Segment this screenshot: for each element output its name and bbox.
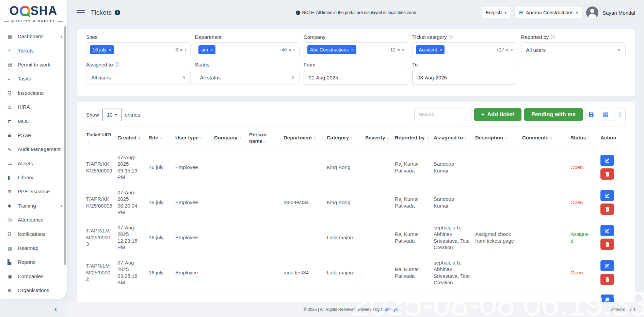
- sites-multiselect[interactable]: 16 july× +3×∨: [86, 42, 191, 57]
- export-save-button[interactable]: [585, 108, 597, 121]
- table-view-button[interactable]: ▤: [600, 108, 611, 121]
- delete-ticket-button[interactable]: [600, 168, 614, 180]
- sort-icon[interactable]: ▲▼: [588, 136, 590, 140]
- sidebar-item-notifications[interactable]: ΩNotifications: [0, 227, 67, 241]
- column-header-company[interactable]: Company▲▼: [214, 126, 249, 150]
- sidebar-item-training[interactable]: ◆Training‹: [0, 199, 67, 213]
- sidebar-item-organisations[interactable]: ⊕Organisations: [0, 283, 67, 297]
- sidebar-item-pssr[interactable]: ≣PSSR: [0, 128, 67, 142]
- sidebar-item-dashboard[interactable]: ▦Dashboard‹: [0, 29, 67, 43]
- sidebar-collapse-button[interactable]: ‹: [54, 305, 57, 313]
- help-icon[interactable]: ?: [115, 62, 119, 67]
- sidebar-item-heatmap[interactable]: ▨Heatmap: [0, 241, 67, 255]
- column-header-reported-by[interactable]: Reported by▲▼: [395, 126, 434, 150]
- company-multiselect[interactable]: Abc Constructions× +12×∨: [304, 42, 408, 57]
- sidebar-item-ppe-issuance[interactable]: ⊞PPE Issuance: [0, 184, 67, 198]
- info-icon[interactable]: i: [115, 10, 120, 15]
- column-header-user-type[interactable]: User type▲▼: [175, 126, 214, 150]
- caret-down-icon[interactable]: ∨: [511, 48, 513, 52]
- delete-ticket-button[interactable]: [600, 239, 614, 250]
- sidebar-item-tasks[interactable]: ≡Tasks: [0, 72, 67, 86]
- edit-ticket-button[interactable]: [600, 295, 614, 302]
- status-select[interactable]: All status ∨: [195, 70, 299, 85]
- assigned-to-select[interactable]: All users ∨: [86, 70, 191, 85]
- help-icon[interactable]: ?: [449, 35, 453, 39]
- more-count[interactable]: +12: [387, 47, 396, 52]
- sort-icon[interactable]: ▲▼: [200, 136, 202, 140]
- clear-all-icon[interactable]: ×: [506, 47, 509, 52]
- column-header-comments[interactable]: Comments▲▼: [522, 126, 570, 150]
- reported-by-select[interactable]: All users ∨: [521, 42, 626, 57]
- chip-close-icon[interactable]: ×: [210, 48, 213, 52]
- delete-ticket-button[interactable]: [600, 274, 614, 285]
- delete-ticket-button[interactable]: [600, 203, 614, 215]
- chip-close-icon[interactable]: ×: [109, 48, 111, 52]
- more-options-button[interactable]: ⋮: [614, 108, 626, 121]
- sidebar-item-inspections[interactable]: QInspections: [0, 86, 67, 100]
- sort-icon[interactable]: ▲▼: [505, 136, 507, 140]
- edit-ticket-button[interactable]: [600, 225, 614, 236]
- clear-all-icon[interactable]: ×: [180, 47, 182, 52]
- sidebar-item-reports[interactable]: ▙Reports: [0, 255, 67, 269]
- help-icon[interactable]: ?: [551, 35, 555, 39]
- sort-icon[interactable]: ▲▼: [88, 140, 90, 143]
- sort-icon[interactable]: ▲▼: [387, 136, 389, 140]
- sort-icon[interactable]: ▲▼: [351, 136, 353, 140]
- sort-icon[interactable]: ▲▼: [313, 136, 316, 140]
- sidebar-item-permit-to-work[interactable]: ▤Permit to work: [0, 58, 67, 72]
- sidebar-item-attendance[interactable]: ◷Attendance: [0, 213, 67, 227]
- column-header-ticket-uid[interactable]: Ticket UID▲▼: [86, 126, 117, 150]
- sort-icon[interactable]: ▲▼: [138, 136, 140, 140]
- edit-ticket-button[interactable]: [600, 260, 614, 271]
- page-size-select[interactable]: 10 ▾: [102, 108, 122, 121]
- organisation-dropdown[interactable]: ⊕ Aparna Constructions ▾: [515, 7, 582, 18]
- chip-close-icon[interactable]: ×: [439, 48, 442, 52]
- menu-toggle-icon[interactable]: [77, 10, 85, 15]
- sort-icon[interactable]: ▲▼: [550, 136, 552, 140]
- sidebar-item-moc[interactable]: ⇄MOC: [0, 114, 67, 128]
- column-header-person-name[interactable]: Person name▲▼: [249, 126, 284, 150]
- sidebar-item-assets[interactable]: ▭Assets: [0, 156, 67, 170]
- more-count[interactable]: +3: [173, 47, 178, 52]
- sidebar-item-library[interactable]: ▮Library: [0, 170, 67, 184]
- clear-all-icon[interactable]: ×: [289, 47, 291, 52]
- caret-down-icon[interactable]: ∨: [293, 48, 296, 52]
- search-input[interactable]: [414, 108, 471, 121]
- column-header-created[interactable]: Created▲▼: [117, 126, 149, 150]
- to-date-input[interactable]: [412, 70, 517, 85]
- column-header-status[interactable]: Status▲▼: [570, 126, 600, 150]
- user-avatar[interactable]: [586, 6, 598, 19]
- language-dropdown[interactable]: English ▾: [482, 7, 511, 18]
- sidebar-item-companies[interactable]: ▣Companies: [0, 269, 67, 283]
- clear-all-icon[interactable]: ×: [397, 47, 400, 52]
- add-ticket-button[interactable]: + Add ticket: [474, 108, 521, 121]
- pending-with-me-button[interactable]: Pending with me: [524, 108, 583, 121]
- column-header-severity[interactable]: Severity▲▼: [365, 126, 395, 150]
- sidebar-item-audit-management[interactable]: ∿Audit Management: [0, 142, 67, 156]
- chevron-left-icon[interactable]: ‹: [61, 203, 63, 209]
- ticket-category-multiselect[interactable]: Accident× +27×∨: [412, 42, 517, 57]
- sort-icon[interactable]: ▲▼: [264, 140, 266, 143]
- column-header-department[interactable]: Department▲▼: [284, 126, 327, 150]
- sort-icon[interactable]: ▲▼: [239, 136, 241, 140]
- sort-icon[interactable]: ▲▼: [160, 136, 162, 140]
- osmosys-link[interactable]: Osmosys: [381, 307, 398, 312]
- edit-ticket-button[interactable]: [600, 155, 614, 166]
- column-header-site[interactable]: Site▲▼: [149, 126, 175, 150]
- sidebar-scrollbar[interactable]: [64, 26, 66, 265]
- column-header-description[interactable]: Description▲▼: [475, 126, 522, 150]
- caret-down-icon[interactable]: ∨: [402, 48, 404, 52]
- more-count[interactable]: +46: [279, 47, 287, 52]
- sort-icon[interactable]: ▲▼: [465, 136, 467, 140]
- chevron-left-icon[interactable]: ‹: [61, 33, 63, 39]
- more-count[interactable]: +27: [496, 47, 504, 52]
- department-multiselect[interactable]: am× +46×∨: [195, 42, 299, 57]
- from-date-input[interactable]: [304, 70, 408, 85]
- edit-ticket-button[interactable]: [600, 190, 614, 201]
- sort-icon[interactable]: ▲▼: [426, 136, 429, 140]
- sidebar-item-hira[interactable]: ⚠HIRA: [0, 100, 67, 114]
- column-header-assigned-to[interactable]: Assigned to▲▼: [434, 126, 475, 150]
- sidebar-item-tickets[interactable]: ⚠Tickets: [0, 43, 67, 57]
- chip-close-icon[interactable]: ×: [351, 48, 354, 52]
- column-header-category[interactable]: Category▲▼: [327, 126, 365, 150]
